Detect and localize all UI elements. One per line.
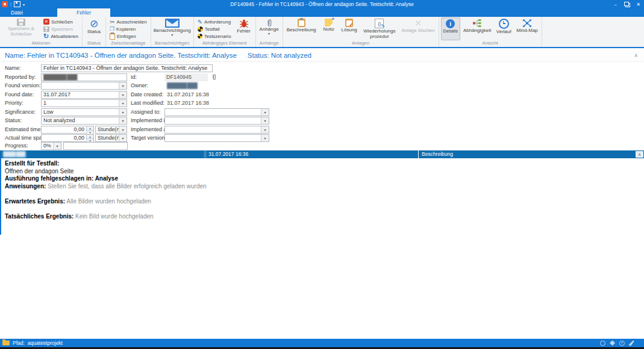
attachment-author: ████ ███	[0, 150, 205, 158]
field-label-implemented-in: Implemented in:	[131, 117, 169, 125]
repro-procedure-button[interactable]: Wiederholungs prozedur	[360, 17, 399, 40]
defect-button[interactable]: Fehler	[234, 17, 254, 40]
spinner-arrows-icon[interactable]	[86, 135, 93, 141]
collapse-header-icon[interactable]	[634, 52, 638, 58]
close-button[interactable]	[633, 0, 644, 8]
chevron-down-icon	[119, 109, 127, 116]
status-button[interactable]: Status	[84, 17, 104, 40]
significance-select[interactable]: Low	[41, 108, 127, 116]
mindmap-view-button[interactable]: Mind-Map	[514, 17, 540, 40]
group-label-abhaengiges-element: Abhängiges Element	[196, 40, 254, 47]
minimize-button[interactable]	[610, 0, 621, 8]
target-version-select[interactable]	[164, 134, 269, 142]
assigned-to-select[interactable]	[164, 108, 269, 116]
requirement-pencil-icon	[198, 19, 202, 25]
tab-datei[interactable]: Datei	[1, 8, 33, 17]
scissors-icon	[110, 19, 114, 25]
history-status-icon[interactable]	[619, 341, 625, 346]
details-view-button[interactable]: Details	[441, 17, 460, 40]
name-input[interactable]: Fehler in TC140943 - Öffnen der andagon …	[41, 64, 213, 72]
dependency-view-button[interactable]: Abhängigkeit	[461, 17, 493, 40]
field-label-date-created: Date created:	[131, 91, 163, 99]
testcase-button[interactable]: Testfall	[196, 25, 233, 32]
notification-button[interactable]: Benachrichtigung	[153, 17, 192, 40]
copy-button[interactable]: Kopieren	[108, 25, 149, 32]
envelope-icon	[165, 19, 180, 28]
description-attachment-button[interactable]: Beschreibung	[285, 17, 318, 40]
status-select[interactable]: Not analyzed	[41, 117, 127, 125]
description-line	[5, 205, 644, 213]
ribbon-group-benachrichtigen: Benachrichtigung Benachrichtigen	[151, 17, 194, 47]
mindmap-icon	[522, 19, 532, 28]
collapse-attachment-icon[interactable]	[636, 151, 643, 158]
close-item-button[interactable]: Schließen	[42, 18, 80, 25]
description-line: Tatsächliches Ergebnis: Kein Bild wurde …	[5, 213, 644, 221]
path-label: Pfad:	[13, 340, 25, 346]
ribbon-group-anhaenge: Anhänge Anhänge	[256, 17, 283, 47]
testscenario-button[interactable]: Testszenario	[196, 32, 233, 40]
actual-unit-select[interactable]: Stunde(n)	[95, 134, 127, 142]
solution-button[interactable]: Lösung	[340, 17, 359, 40]
chevron-down-icon	[119, 82, 127, 89]
history-clock-icon	[499, 19, 509, 29]
close-red-icon	[43, 19, 49, 25]
cut-button[interactable]: Ausschneiden	[108, 18, 149, 25]
field-label-owner: Owner:	[131, 82, 148, 90]
ribbon-group-status: Status Status	[83, 17, 106, 47]
chevron-down-icon	[171, 34, 173, 37]
id-paperclip-icon[interactable]	[211, 73, 217, 81]
info-icon	[446, 19, 455, 28]
tab-fehler[interactable]: Fehler	[57, 8, 110, 17]
save-and-close-button: Speichern & Schließen	[2, 17, 40, 40]
procedure-icon	[375, 19, 384, 28]
progress-select[interactable]: 0%	[41, 142, 61, 150]
found-date-select[interactable]: 31.07.2017	[41, 91, 127, 99]
owner-value: ██████ ███	[167, 82, 197, 90]
status-bar: Pfad: aquatestprojekt	[0, 339, 644, 347]
paste-button[interactable]: Einfügen	[108, 32, 149, 40]
priority-select[interactable]: 1	[41, 99, 127, 107]
estimated-unit-select[interactable]: Stunde(n)	[95, 126, 127, 134]
tools-status-icon[interactable]	[629, 341, 634, 346]
history-view-button[interactable]: Verlauf	[494, 17, 513, 40]
dependency-icon	[472, 19, 482, 28]
reported-by-input[interactable]: ███████ ███	[41, 73, 127, 81]
description-line: Ausführung fehlgeschlagen in: Analyse	[5, 175, 644, 183]
ribbon-group-ansicht: Details Abhängigkeit Verlauf Mind-M	[439, 17, 542, 47]
testscenario-icon	[198, 34, 202, 39]
application-window: | DF140945 - Fehler in TC140943 - Öffnen…	[0, 0, 644, 349]
implemented-in-select[interactable]	[164, 117, 269, 125]
spinner-arrows-icon[interactable]	[86, 126, 93, 133]
ribbon-group-abhaengiges-element: Anforderung Testfall Testszenario	[194, 17, 256, 47]
quick-save-icon[interactable]	[14, 1, 20, 7]
chevron-down-icon	[268, 32, 270, 36]
group-label-anhaenge: Anhänge	[258, 40, 281, 47]
note-button[interactable]: Notiz	[319, 17, 339, 40]
found-version-select[interactable]	[41, 82, 127, 90]
actual-time-input[interactable]: 0,00	[41, 134, 94, 142]
attachment-title: Beschreibung	[419, 150, 636, 158]
info-status-icon[interactable]	[600, 341, 605, 346]
refresh-button[interactable]: Aktualisieren	[42, 32, 80, 40]
details-form: Name: Fehler in TC140943 - Öffnen der an…	[0, 63, 644, 150]
field-label-reported-by: Reported by:	[5, 73, 36, 81]
description-editor[interactable]: Erstellt für Testfall: Öffnen der andago…	[0, 158, 644, 235]
group-label-zwischenablage: Zwischenablage	[108, 40, 149, 47]
quick-access-dropdown-icon[interactable]	[23, 2, 25, 7]
attachment-header-bar: ████ ███ 31.07.2017 16:36 Beschreibung	[0, 150, 644, 158]
field-label-id: Id:	[131, 73, 137, 81]
estimated-time-input[interactable]: 0,00	[41, 126, 94, 134]
app-logo-icon	[2, 1, 8, 7]
ribbon: Speichern & Schließen Schließen Speicher…	[0, 17, 644, 48]
solution-clipboard-icon	[345, 19, 353, 27]
implemented-at-select[interactable]	[164, 126, 269, 134]
testcase-icon	[198, 26, 203, 32]
window-title: DF140945 - Fehler in TC140943 - Öffnen d…	[0, 0, 644, 8]
item-header: Name: Fehler in TC140943 - Öffnen der an…	[0, 51, 644, 62]
restore-button[interactable]	[621, 0, 633, 8]
field-label-implemented-at: Implemented at:	[131, 126, 170, 134]
requirement-button[interactable]: Anforderung	[196, 18, 233, 25]
attachments-button[interactable]: Anhänge	[258, 17, 281, 40]
copy-icon	[110, 26, 114, 32]
share-status-icon[interactable]	[610, 341, 615, 346]
